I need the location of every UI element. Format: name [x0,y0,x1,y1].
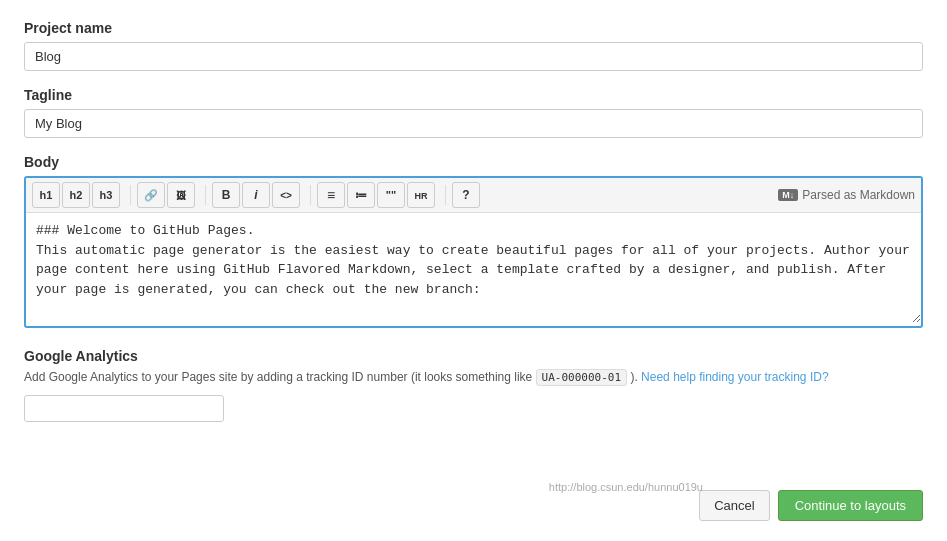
project-name-group: Project name [24,20,923,71]
h2-button[interactable]: h2 [62,182,90,208]
h3-button[interactable]: h3 [92,182,120,208]
analytics-code-example: UA-000000-01 [536,369,627,386]
toolbar-divider-4 [445,185,446,205]
tagline-input[interactable] [24,109,923,138]
cancel-button[interactable]: Cancel [699,490,769,521]
hr-button[interactable] [407,182,435,208]
toolbar-divider-1 [130,185,131,205]
analytics-help-link[interactable]: Need help finding your tracking ID? [641,370,828,384]
italic-icon: i [254,188,257,202]
h1-button[interactable]: h1 [32,182,60,208]
format-buttons: B i [212,182,300,208]
markdown-icon: M↓ [778,189,798,201]
analytics-description: Add Google Analytics to your Pages site … [24,368,923,387]
hr-icon [415,188,428,202]
tagline-group: Tagline [24,87,923,138]
bold-icon: B [222,188,231,202]
heading-buttons: h1 h2 h3 [32,182,120,208]
markdown-badge-text: Parsed as Markdown [802,188,915,202]
ordered-list-icon [355,188,367,202]
analytics-section: Google Analytics Add Google Analytics to… [24,348,923,422]
body-group: Body h1 h2 h3 B [24,154,923,328]
toolbar-divider-3 [310,185,311,205]
quote-icon [386,188,396,202]
analytics-input[interactable] [24,395,224,422]
help-button[interactable] [452,182,480,208]
body-toolbar: h1 h2 h3 B i [26,178,921,213]
tagline-label: Tagline [24,87,923,103]
watermark-text: http://blog.csun.edu/hunnu019u [549,481,703,493]
page-container: Project name Tagline Body h1 h2 h3 [0,0,947,541]
markdown-badge: M↓ Parsed as Markdown [778,188,915,202]
body-textarea[interactable]: ### Welcome to GitHub Pages. This automa… [26,213,921,323]
image-icon [176,188,186,202]
unordered-list-icon [327,187,335,203]
unordered-list-button[interactable] [317,182,345,208]
link-buttons [137,182,195,208]
image-button[interactable] [167,182,195,208]
bold-button[interactable]: B [212,182,240,208]
help-icon [462,188,469,202]
code-icon [280,188,292,202]
analytics-label: Google Analytics [24,348,923,364]
quote-button[interactable] [377,182,405,208]
toolbar-buttons: h1 h2 h3 B i [32,182,484,208]
continue-button[interactable]: Continue to layouts [778,490,923,521]
link-button[interactable] [137,182,165,208]
body-editor-wrapper: h1 h2 h3 B i [24,176,923,328]
project-name-label: Project name [24,20,923,36]
help-buttons [452,182,480,208]
list-buttons [317,182,435,208]
footer-buttons: http://blog.csun.edu/hunnu019u Cancel Co… [699,490,923,521]
analytics-desc-suffix: ). [627,370,638,384]
analytics-desc-prefix: Add Google Analytics to your Pages site … [24,370,536,384]
code-button[interactable] [272,182,300,208]
body-label: Body [24,154,923,170]
italic-button[interactable]: i [242,182,270,208]
toolbar-divider-2 [205,185,206,205]
project-name-input[interactable] [24,42,923,71]
ordered-list-button[interactable] [347,182,375,208]
link-icon [144,188,158,202]
